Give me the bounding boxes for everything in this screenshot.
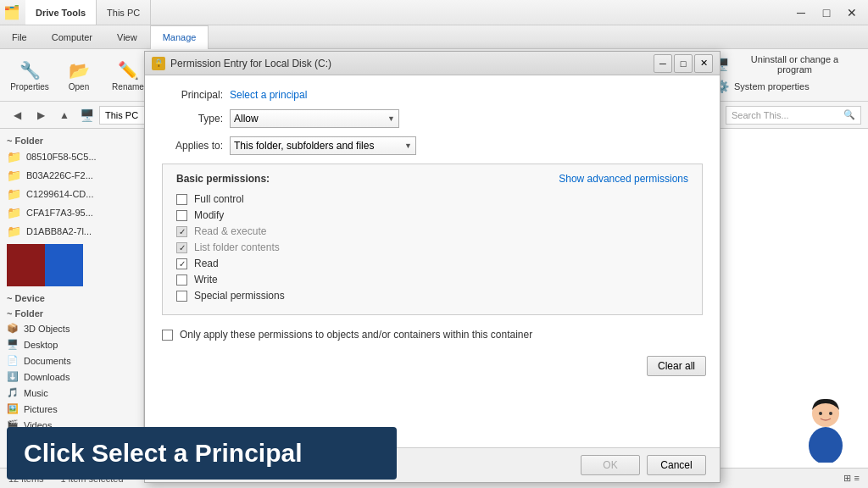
dialog-maximize-button[interactable]: □ bbox=[674, 54, 693, 73]
open-label: Open bbox=[69, 82, 89, 92]
sidebar-item-1[interactable]: 📁 08510F58-5C5... bbox=[0, 147, 143, 166]
forward-button[interactable]: ▶ bbox=[31, 105, 51, 125]
tab-this-pc-label: This PC bbox=[107, 8, 140, 18]
write-label: Write bbox=[194, 274, 218, 286]
dialog-close-button[interactable]: ✕ bbox=[694, 54, 713, 73]
rename-label: Rename bbox=[112, 82, 144, 92]
folder-icon-downloads: ⬇️ bbox=[7, 371, 19, 382]
label-music: Music bbox=[24, 388, 48, 398]
permissions-section: Basic permissions: Show advanced permiss… bbox=[162, 164, 703, 315]
system-props-label: System properties bbox=[734, 81, 810, 92]
cta-text: Click Select a Principal bbox=[24, 439, 303, 467]
sidebar-item-3[interactable]: 📁 C1299614-CD... bbox=[0, 185, 143, 203]
cta-banner: Click Select a Principal bbox=[7, 427, 397, 480]
label-documents: Documents bbox=[24, 356, 71, 366]
system-props-button[interactable]: ⚙️ System properties bbox=[709, 76, 861, 97]
address-path: This PC bbox=[105, 110, 138, 120]
label-downloads: Downloads bbox=[24, 372, 70, 382]
tab-computer[interactable]: Computer bbox=[40, 25, 105, 48]
sidebar-documents[interactable]: 📄 Documents bbox=[0, 352, 143, 369]
label-3d-objects: 3D Objects bbox=[24, 324, 70, 334]
full-control-label: Full control bbox=[194, 193, 244, 205]
sidebar-item-label-1: 08510F58-5C5... bbox=[26, 152, 97, 162]
principal-label: Principal: bbox=[162, 89, 230, 101]
close-button[interactable]: ✕ bbox=[839, 0, 865, 25]
type-label: Type: bbox=[162, 113, 230, 125]
cancel-button[interactable]: Cancel bbox=[647, 455, 706, 475]
rename-icon: ✏️ bbox=[118, 60, 139, 80]
applies-to-select[interactable]: This folder, subfolders and files ▼ bbox=[230, 136, 416, 155]
type-select[interactable]: Allow ▼ bbox=[230, 109, 399, 128]
sidebar-item-label-5: D1ABB8A2-7l... bbox=[26, 226, 92, 236]
modify-checkbox[interactable] bbox=[176, 210, 187, 221]
tab-this-pc[interactable]: This PC bbox=[97, 0, 151, 25]
type-value: Allow bbox=[234, 113, 259, 125]
sidebar: ~ Folder 📁 08510F58-5C5... 📁 B03A226C-F2… bbox=[0, 129, 144, 468]
uninstall-button[interactable]: 🖥️ Uninstall or change a program bbox=[709, 54, 861, 75]
open-button[interactable]: 📂 Open bbox=[56, 53, 102, 97]
folder-icon-3d: 📦 bbox=[7, 323, 19, 334]
tab-file[interactable]: File bbox=[0, 25, 40, 48]
sidebar-music[interactable]: 🎵 Music bbox=[0, 385, 143, 401]
folder-icon-3: 📁 bbox=[7, 187, 21, 201]
app-logo: 🗂️ bbox=[3, 4, 20, 20]
select-principal-link[interactable]: Select a principal bbox=[230, 89, 307, 101]
sidebar-item-5[interactable]: 📁 D1ABB8A2-7l... bbox=[0, 222, 143, 241]
list-folder-checkbox[interactable] bbox=[176, 242, 187, 253]
applies-to-arrow: ▼ bbox=[404, 141, 412, 150]
only-apply-checkbox[interactable] bbox=[162, 330, 173, 341]
type-row: Type: Allow ▼ bbox=[162, 109, 703, 128]
maximize-button[interactable]: □ bbox=[814, 0, 839, 25]
dialog-controls: ─ □ ✕ bbox=[654, 54, 713, 73]
dialog-minimize-button[interactable]: ─ bbox=[654, 54, 672, 73]
folder-icon-4: 📁 bbox=[7, 206, 21, 219]
only-apply-row: Only apply these permissions to objects … bbox=[162, 322, 703, 344]
read-execute-label: Read & execute bbox=[194, 225, 266, 237]
search-icon: 🔍 bbox=[843, 109, 855, 120]
type-select-arrow: ▼ bbox=[387, 114, 395, 123]
show-advanced-link[interactable]: Show advanced permissions bbox=[559, 173, 688, 185]
sidebar-desktop[interactable]: 🖥️ Desktop bbox=[0, 336, 143, 352]
avatar-svg bbox=[800, 395, 851, 463]
search-box[interactable]: Search This... 🔍 bbox=[726, 106, 861, 125]
back-button[interactable]: ◀ bbox=[7, 105, 27, 125]
clear-all-button[interactable]: Clear all bbox=[647, 356, 706, 376]
sidebar-pictures[interactable]: 🖼️ Pictures bbox=[0, 401, 143, 417]
ok-button[interactable]: OK bbox=[581, 455, 640, 475]
applies-to-row: Applies to: This folder, subfolders and … bbox=[162, 136, 703, 155]
dialog-title-bar: 🔒 Permission Entry for Local Disk (C:) ─… bbox=[145, 52, 720, 75]
sidebar-item-label-4: CFA1F7A3-95... bbox=[26, 208, 93, 218]
folders-label: ~ Folder bbox=[0, 305, 143, 320]
svg-point-7 bbox=[819, 412, 822, 415]
label-desktop: Desktop bbox=[24, 340, 58, 350]
write-checkbox[interactable] bbox=[176, 274, 187, 286]
minimize-button[interactable]: ─ bbox=[788, 0, 814, 25]
tab-view[interactable]: View bbox=[105, 25, 150, 48]
up-button[interactable]: ▲ bbox=[54, 105, 75, 125]
special-checkbox[interactable] bbox=[176, 291, 187, 302]
folder-icon-music: 🎵 bbox=[7, 387, 19, 398]
full-control-checkbox[interactable] bbox=[176, 194, 187, 205]
read-checkbox[interactable] bbox=[176, 258, 187, 269]
perm-read-execute: Read & execute bbox=[176, 225, 688, 237]
sidebar-3d-objects[interactable]: 📦 3D Objects bbox=[0, 320, 143, 336]
read-execute-checkbox[interactable] bbox=[176, 226, 187, 237]
folder-icon-5: 📁 bbox=[7, 225, 21, 238]
list-view-icon[interactable]: ≡ bbox=[854, 473, 860, 484]
dialog-body: Principal: Select a principal Type: Allo… bbox=[145, 75, 720, 354]
grid-view-icon[interactable]: ⊞ bbox=[843, 473, 851, 484]
tab-drive-tools[interactable]: Drive Tools bbox=[25, 0, 97, 25]
read-label: Read bbox=[194, 258, 219, 269]
perm-full-control: Full control bbox=[176, 193, 688, 205]
properties-button[interactable]: 🔧 Properties bbox=[7, 53, 53, 97]
applies-to-label: Applies to: bbox=[162, 140, 230, 152]
sidebar-downloads[interactable]: ⬇️ Downloads bbox=[0, 369, 143, 385]
tab-manage[interactable]: Manage bbox=[150, 25, 209, 49]
sidebar-item-4[interactable]: 📁 CFA1F7A3-95... bbox=[0, 203, 143, 222]
properties-label: Properties bbox=[10, 82, 49, 92]
sidebar-item-2[interactable]: 📁 B03A226C-F2... bbox=[0, 166, 143, 185]
permissions-header: Basic permissions: Show advanced permiss… bbox=[176, 173, 688, 185]
perm-read: Read bbox=[176, 258, 688, 269]
dialog-title-text: Permission Entry for Local Disk (C:) bbox=[170, 58, 654, 69]
folder-icon-2: 📁 bbox=[7, 169, 21, 182]
